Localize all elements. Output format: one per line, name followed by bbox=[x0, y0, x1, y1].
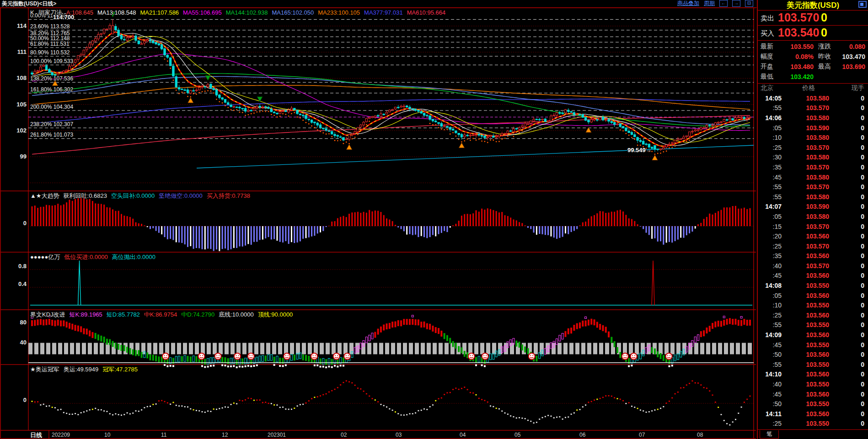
chart-canvas[interactable] bbox=[0, 7, 757, 439]
split-window-button[interactable]: ⊟ bbox=[745, 0, 753, 7]
stat-value: 103.470 bbox=[838, 53, 868, 60]
tape-volume: 0 bbox=[829, 213, 868, 220]
tape-price: 103.560 bbox=[782, 292, 829, 299]
peak-price-label: 114.700 bbox=[53, 14, 74, 21]
tape-row[interactable]: :35103.5700 bbox=[758, 162, 868, 172]
panel-label-p1: ▲★大趋势获利回吐:0.6823空头回补:0.0000坚绝做空:0.0000买入… bbox=[30, 192, 254, 200]
tape-volume: 0 bbox=[829, 223, 868, 230]
tape-time: 14:08 bbox=[758, 282, 782, 289]
tape-row[interactable]: 14:06103.5800 bbox=[758, 113, 868, 123]
tape-volume: 0 bbox=[829, 203, 868, 210]
panel-label-p2: ●●●●●亿万低位买进:0.0000高位抛出:0.0000 bbox=[30, 253, 160, 261]
tape-time: :45 bbox=[758, 174, 782, 181]
tape-volume: 0 bbox=[829, 95, 868, 102]
stat-value: 103.420 bbox=[781, 73, 814, 80]
tape-price: 103.560 bbox=[782, 410, 829, 418]
stat-label: 开盘 bbox=[758, 63, 781, 71]
panel-axis-value: 40 bbox=[11, 339, 27, 346]
tape-row[interactable]: :05103.5900 bbox=[758, 123, 868, 133]
indicator-field: 低位买进:0.0000 bbox=[64, 254, 107, 260]
indicator-field: MA233:100.105 bbox=[318, 9, 360, 16]
sell-price: 103.570 bbox=[778, 11, 819, 24]
tape-price: 103.580 bbox=[782, 95, 829, 102]
tape-row[interactable]: :50103.5500 bbox=[758, 399, 868, 409]
tape-row[interactable]: 14:05103.5800 bbox=[758, 93, 868, 103]
tape-volume: 0 bbox=[829, 183, 868, 190]
x-axis-tick: 12 bbox=[222, 432, 228, 438]
next-window-button[interactable]: → bbox=[732, 0, 740, 7]
tape-row[interactable]: :15103.5700 bbox=[758, 222, 868, 232]
tape-row[interactable]: :20103.5600 bbox=[758, 231, 868, 241]
tape-row[interactable]: :50103.5600 bbox=[758, 349, 868, 360]
quote-stat-row: 最新103.550涨跌0.080 bbox=[758, 42, 868, 52]
tape-volume: 0 bbox=[829, 153, 868, 161]
quote-stat-row: 最低103.420 bbox=[758, 72, 868, 82]
tape-row[interactable]: :35103.5600 bbox=[758, 251, 868, 261]
quote-bottom-bar: 笔 bbox=[758, 429, 868, 439]
tape-row[interactable]: :25103.5700 bbox=[758, 241, 868, 251]
indicator-field: MA377:97.031 bbox=[364, 9, 403, 16]
tape-header-time: 北京 bbox=[758, 84, 786, 92]
tape-price: 103.570 bbox=[782, 164, 829, 171]
sell-quote-row: 卖出 103.570 0 bbox=[758, 11, 868, 26]
indicator-field: MA610:95.664 bbox=[407, 9, 446, 16]
stat-value: 103.690 bbox=[838, 63, 868, 70]
tape-row[interactable]: 14:07103.5900 bbox=[758, 202, 868, 212]
tape-row[interactable]: :10103.5800 bbox=[758, 132, 868, 143]
tape-volume: 0 bbox=[829, 410, 868, 418]
tape-row[interactable]: :05103.5800 bbox=[758, 212, 868, 222]
tape-time: :45 bbox=[758, 272, 782, 279]
buy-price: 103.540 bbox=[778, 26, 819, 39]
tape-row[interactable]: 14:08103.5500 bbox=[758, 280, 868, 291]
tape-time: 14:06 bbox=[758, 114, 782, 122]
indicator-field: 冠军:47.2785 bbox=[102, 366, 138, 373]
tick-tape-list[interactable]: 14:05103.5800:55103.570014:06103.5800:05… bbox=[758, 93, 868, 429]
stat-label: 最新 bbox=[758, 42, 781, 51]
tape-row[interactable]: :45103.5600 bbox=[758, 271, 868, 281]
tape-row[interactable]: 14:10103.5600 bbox=[758, 370, 868, 380]
tape-price: 103.580 bbox=[782, 134, 829, 141]
tape-row[interactable]: :40103.5700 bbox=[758, 261, 868, 271]
tape-row[interactable]: :55103.5700 bbox=[758, 103, 868, 113]
tape-row[interactable]: :25103.5700 bbox=[758, 143, 868, 153]
tape-volume: 0 bbox=[829, 361, 868, 368]
tape-volume: 0 bbox=[829, 233, 868, 240]
tape-price: 103.560 bbox=[782, 391, 829, 398]
tape-price: 103.550 bbox=[782, 341, 829, 349]
tape-time: :35 bbox=[758, 164, 782, 171]
restore-window-icon[interactable] bbox=[858, 1, 867, 8]
chart-label: 100.00% 109.533 bbox=[30, 58, 73, 64]
tape-row[interactable]: :40103.5500 bbox=[758, 379, 868, 389]
tape-row[interactable]: :45103.5600 bbox=[758, 389, 868, 399]
indicator-field: ●●●●●亿万 bbox=[30, 254, 60, 260]
tape-row[interactable]: :10103.5500 bbox=[758, 300, 868, 310]
prev-window-button[interactable]: ← bbox=[719, 0, 728, 7]
tape-time: :10 bbox=[758, 134, 782, 141]
tape-row[interactable]: :25103.5600 bbox=[758, 310, 868, 320]
chart-label: 61.80% 111.531 bbox=[30, 41, 70, 47]
tape-price: 103.560 bbox=[782, 312, 829, 319]
tape-row[interactable]: :25103.5500 bbox=[758, 419, 868, 429]
price-axis-value: 108 bbox=[11, 74, 27, 81]
chart-label: 261.80% 101.073 bbox=[30, 132, 73, 138]
tape-price: 103.560 bbox=[782, 272, 829, 279]
tape-row[interactable]: 14:09103.5600 bbox=[758, 330, 868, 340]
tape-row[interactable]: :55103.5500 bbox=[758, 360, 868, 370]
price-axis-value: 114 bbox=[11, 22, 27, 29]
sell-volume: 0 bbox=[821, 11, 827, 24]
period-button[interactable]: 周期 bbox=[704, 0, 715, 7]
tape-row[interactable]: :05103.5600 bbox=[758, 291, 868, 301]
tape-volume: 0 bbox=[829, 272, 868, 279]
overlay-button[interactable]: 商品叠加 bbox=[677, 0, 699, 7]
tape-row[interactable]: 14:11103.5600 bbox=[758, 409, 868, 419]
tape-volume: 0 bbox=[829, 282, 868, 289]
tab-tick[interactable]: 笔 bbox=[760, 430, 779, 439]
chart-area[interactable] bbox=[0, 7, 757, 439]
tape-time: 14:07 bbox=[758, 203, 782, 210]
tape-row[interactable]: :45103.5500 bbox=[758, 340, 868, 350]
tape-row[interactable]: :45103.5800 bbox=[758, 172, 868, 182]
tape-row[interactable]: :55103.5500 bbox=[758, 320, 868, 330]
tape-row[interactable]: :55103.5700 bbox=[758, 182, 868, 192]
tape-row[interactable]: :55103.5800 bbox=[758, 192, 868, 202]
tape-row[interactable]: :30103.5800 bbox=[758, 153, 868, 163]
